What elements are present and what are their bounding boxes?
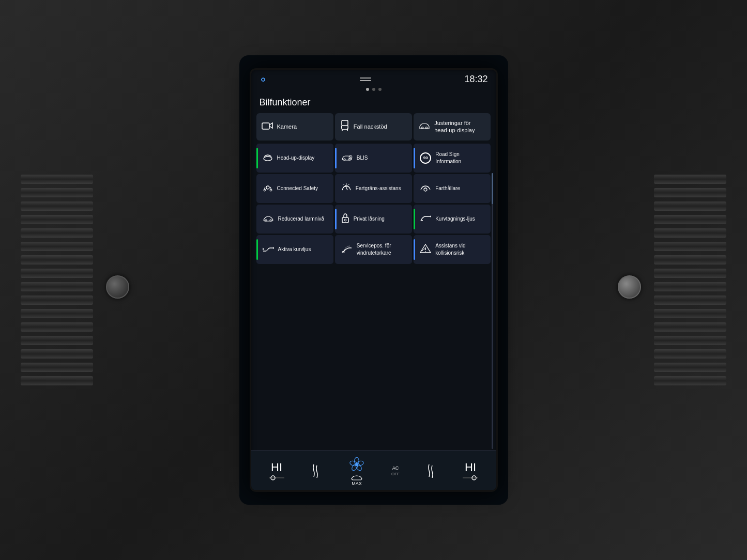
camera-icon bbox=[262, 121, 273, 132]
dot-3[interactable] bbox=[378, 88, 382, 91]
cell-aktiva-kurvljus[interactable]: Aktiva kurvljus bbox=[256, 235, 333, 264]
blis-indicator bbox=[335, 148, 337, 168]
left-temp-slider bbox=[269, 475, 284, 480]
cell-blis[interactable]: BLIS bbox=[335, 144, 412, 173]
curve-indicator bbox=[414, 209, 415, 229]
ac-group[interactable]: AC OFF bbox=[391, 465, 400, 476]
fan-group[interactable]: MAX bbox=[347, 455, 366, 486]
hud-label: Head-up-display bbox=[277, 154, 315, 162]
kamera-label: Kamera bbox=[277, 123, 297, 130]
svg-line-18 bbox=[425, 188, 426, 189]
blis-icon bbox=[341, 153, 353, 163]
road-sign-label: Road Sign Information bbox=[435, 151, 486, 165]
hud-indicator bbox=[256, 148, 258, 168]
cell-kurvtagning[interactable]: Kurvtagnings-ljus bbox=[414, 205, 491, 234]
fartgrans-label: Fartgräns-assistans bbox=[356, 185, 401, 192]
wiper-icon bbox=[341, 244, 353, 255]
dot-2[interactable] bbox=[372, 88, 375, 91]
bottom-bar: HI bbox=[251, 450, 496, 490]
svg-rect-20 bbox=[270, 220, 271, 221]
curve-light-icon bbox=[420, 214, 431, 224]
grid-row-4: Aktiva kurvljus Servicepos. för vindrute… bbox=[256, 235, 491, 264]
servicepos-label: Servicepos. för vindrutetorkare bbox=[357, 242, 408, 256]
ac-label: AC bbox=[392, 465, 399, 471]
svg-rect-21 bbox=[342, 217, 348, 223]
svg-point-6 bbox=[264, 157, 272, 161]
right-vent bbox=[649, 125, 731, 435]
farthallare-label: Farthållare bbox=[435, 185, 460, 192]
svg-rect-8 bbox=[348, 159, 350, 160]
right-knob[interactable] bbox=[618, 275, 641, 299]
cell-head-up-display[interactable]: Head-up-display bbox=[256, 144, 333, 173]
seat-heat-right[interactable] bbox=[425, 463, 437, 478]
svg-point-22 bbox=[344, 219, 346, 221]
svg-rect-0 bbox=[262, 123, 269, 129]
left-vent bbox=[16, 125, 98, 435]
main-screen: ⭘ 18:32 Bilfunktioner bbox=[250, 68, 498, 492]
speed-sign-icon: 90 bbox=[420, 152, 431, 164]
feature-kamera[interactable]: Kamera bbox=[256, 113, 333, 141]
menu-button[interactable] bbox=[360, 77, 371, 81]
cell-privat-lasning[interactable]: Privat låsning bbox=[335, 205, 412, 234]
hud-car-icon bbox=[419, 121, 430, 132]
cell-kollision[interactable]: Assistans vid kollisionsrisk bbox=[414, 235, 491, 264]
scroll-track bbox=[492, 173, 493, 449]
svg-rect-7 bbox=[344, 159, 345, 160]
grid-row-1: Head-up-display BLIS bbox=[256, 144, 491, 173]
svg-rect-4 bbox=[421, 127, 423, 129]
lock-indicator bbox=[335, 209, 337, 229]
page-title: Bilfunktioner bbox=[251, 94, 496, 113]
left-temp-group[interactable]: HI bbox=[269, 461, 284, 480]
alarm-icon bbox=[263, 214, 274, 224]
feature-hud[interactable]: Justeringar för head-up-display bbox=[414, 113, 491, 141]
dot-1[interactable] bbox=[366, 88, 369, 91]
ac-off-label: OFF bbox=[391, 472, 400, 476]
right-temp-slider bbox=[463, 475, 478, 480]
fan-max-label: MAX bbox=[352, 481, 362, 486]
bluetooth-icon: ⭘ bbox=[260, 75, 267, 84]
collision-icon bbox=[420, 244, 431, 255]
farthallare-icon bbox=[420, 183, 431, 194]
main-grid: Head-up-display BLIS bbox=[251, 144, 496, 450]
time-display: 18:32 bbox=[464, 74, 487, 85]
grid-row-3: Reducerad larmnivå Privat låsning bbox=[256, 205, 491, 234]
feature-nackstod[interactable]: Fäll nackstöd bbox=[335, 113, 412, 141]
aktiva-icon bbox=[263, 245, 274, 254]
seat-heat-left[interactable] bbox=[310, 463, 322, 478]
svg-point-10 bbox=[266, 186, 269, 189]
lock-icon bbox=[341, 213, 349, 225]
top-features: Kamera Fäll nackstöd bbox=[251, 113, 496, 141]
seat-icon bbox=[340, 120, 349, 134]
left-knob[interactable] bbox=[106, 275, 129, 299]
fan-icon bbox=[347, 455, 366, 474]
road-sign-indicator bbox=[414, 148, 415, 168]
seat-heat-right-icon bbox=[425, 463, 437, 478]
cell-larmniva[interactable]: Reducerad larmnivå bbox=[256, 205, 333, 234]
car-surround: ⭘ 18:32 Bilfunktioner bbox=[0, 0, 747, 560]
cell-farthallare[interactable]: Farthållare bbox=[414, 174, 491, 203]
grid-row-2: Connected Safety Fartgräns-assista bbox=[256, 174, 491, 203]
cell-servicepos[interactable]: Servicepos. för vindrutetorkare bbox=[335, 235, 412, 264]
left-hi-label: HI bbox=[271, 461, 282, 474]
fartgrans-icon bbox=[341, 183, 352, 194]
aktiva-label: Aktiva kurvljus bbox=[278, 246, 311, 253]
svg-line-15 bbox=[348, 184, 349, 185]
cell-connected-safety[interactable]: Connected Safety bbox=[256, 174, 333, 203]
svg-line-14 bbox=[343, 184, 344, 185]
svg-rect-19 bbox=[265, 220, 267, 221]
scroll-thumb bbox=[492, 173, 493, 204]
page-dots bbox=[251, 87, 496, 94]
cell-fartgrans[interactable]: Fartgräns-assistans bbox=[335, 174, 412, 203]
aktiva-indicator bbox=[256, 239, 258, 260]
larmniva-label: Reducerad larmnivå bbox=[278, 215, 325, 223]
right-temp-group[interactable]: HI bbox=[463, 461, 478, 480]
kollision-label: Assistans vid kollisionsrisk bbox=[435, 242, 486, 256]
blis-label: BLIS bbox=[357, 154, 368, 162]
cell-road-sign[interactable]: 90 Road Sign Information bbox=[414, 144, 491, 173]
lasning-label: Privat låsning bbox=[354, 215, 385, 223]
seat-heat-icon bbox=[310, 463, 322, 478]
hud-label: Justeringar för head-up-display bbox=[434, 119, 485, 134]
hud-icon bbox=[263, 153, 273, 163]
svg-point-35 bbox=[425, 251, 426, 252]
kollision-indicator bbox=[414, 239, 415, 260]
